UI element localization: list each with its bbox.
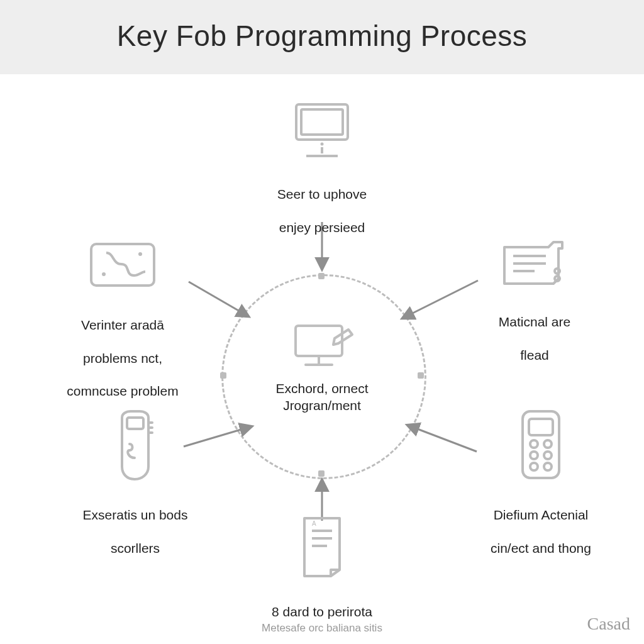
node-right-upper-label: Maticnal are flead [465, 297, 604, 364]
svg-text:A: A [312, 520, 316, 527]
node-bottom-sub: Metesafe orc baliana sitis [239, 622, 405, 635]
svg-rect-22 [127, 418, 143, 429]
monitor-pencil-icon [284, 319, 360, 377]
svg-point-16 [138, 252, 142, 256]
svg-rect-27 [529, 419, 553, 435]
svg-rect-10 [301, 109, 343, 135]
center-label: Exchord, ornect Jrogran/ment [252, 380, 392, 414]
monitor-icon [287, 99, 357, 162]
svg-point-28 [530, 440, 538, 448]
node-left-lower-label: Exseratis un bods scorllers [63, 491, 208, 557]
map-tablet-icon [85, 238, 160, 293]
page-title: Key Fob Programming Process [0, 19, 644, 53]
node-left-upper-label: Verinter aradā problems nct, comncuse pr… [44, 301, 201, 400]
node-right-lower-label: Diefium Actenial cin/ect and thong [465, 491, 616, 557]
node-bottom: A 8 dard to perirota Metesafe orc balian… [239, 514, 405, 635]
svg-point-15 [102, 272, 106, 276]
brand-watermark: Casad [587, 614, 630, 634]
svg-point-32 [530, 463, 538, 470]
svg-point-33 [544, 463, 552, 470]
svg-point-29 [544, 440, 552, 448]
node-left-upper: Verinter aradā problems nct, comncuse pr… [44, 238, 201, 400]
paper-note-icon: A [296, 514, 348, 580]
center-line2: Jrogran/ment [283, 398, 361, 413]
svg-point-11 [321, 143, 324, 146]
node-top-label: Seer to uphove enjey persieed [252, 170, 392, 236]
key-fob-icon [107, 408, 164, 483]
node-right-upper: Maticnal are flead [465, 235, 604, 364]
node-bottom-label: 8 dard to perirota [239, 587, 405, 621]
document-folder-icon [497, 235, 572, 290]
scanner-device-icon [514, 408, 568, 483]
svg-point-31 [544, 452, 552, 459]
node-top: Seer to uphove enjey persieed [252, 99, 392, 236]
center-node: Exchord, ornect Jrogran/ment [252, 319, 392, 414]
center-line1: Exchord, ornect [275, 381, 368, 396]
page-header: Key Fob Programming Process [0, 0, 644, 74]
svg-point-30 [530, 452, 538, 459]
node-right-lower: Diefium Actenial cin/ect and thong [465, 408, 616, 557]
node-left-lower: Exseratis un bods scorllers [63, 408, 208, 557]
diagram-stage: Exchord, ornect Jrogran/ment Seer to uph… [0, 74, 644, 640]
